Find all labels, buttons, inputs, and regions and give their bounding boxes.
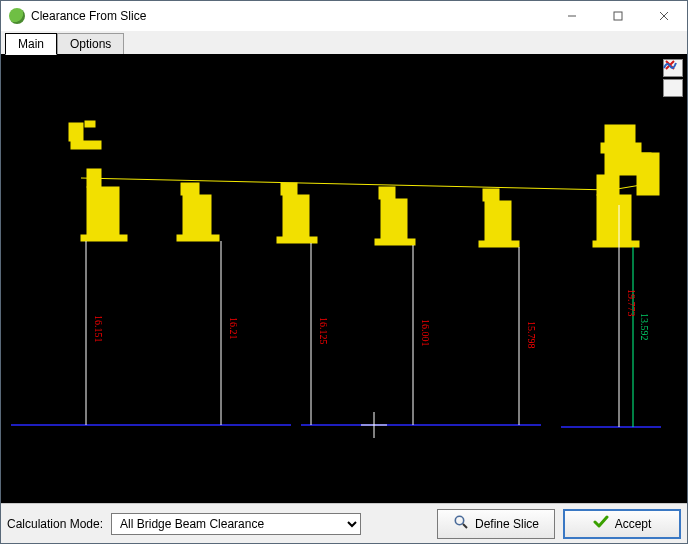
- define-slice-button[interactable]: Define Slice: [437, 509, 555, 539]
- measure-5: 19.773: [626, 289, 637, 317]
- svg-rect-25: [597, 175, 619, 195]
- svg-rect-28: [637, 153, 659, 195]
- measure-2: 16.125: [318, 317, 329, 345]
- accept-button[interactable]: Accept: [563, 509, 681, 539]
- svg-rect-22: [605, 125, 635, 143]
- calculation-mode-select[interactable]: All Bridge Beam Clearance: [111, 513, 361, 535]
- checkmark-icon: [593, 514, 609, 533]
- svg-rect-23: [601, 143, 641, 153]
- svg-rect-4: [69, 123, 83, 141]
- accept-label: Accept: [615, 517, 652, 531]
- clearance-diagram: 16.151 16.21 16.125 16.001 15.798 19.773…: [1, 55, 687, 503]
- title-bar: Clearance From Slice: [1, 1, 687, 31]
- slice-canvas[interactable]: 16.151 16.21 16.125 16.001 15.798 19.773…: [1, 55, 687, 503]
- minimize-button[interactable]: [549, 1, 595, 31]
- measure-1: 16.21: [228, 317, 239, 340]
- svg-rect-5: [85, 121, 95, 127]
- svg-point-38: [455, 516, 463, 524]
- svg-rect-26: [597, 195, 631, 241]
- svg-rect-16: [379, 187, 395, 199]
- tab-options[interactable]: Options: [57, 33, 124, 54]
- svg-rect-19: [483, 189, 499, 201]
- app-window: Clearance From Slice Main Options: [0, 0, 688, 544]
- magnifier-icon: [453, 514, 469, 533]
- svg-rect-0: [614, 12, 622, 20]
- app-icon: [9, 8, 25, 24]
- svg-rect-18: [375, 239, 415, 245]
- svg-rect-9: [81, 235, 127, 241]
- svg-rect-15: [277, 237, 317, 243]
- svg-rect-14: [283, 195, 309, 237]
- svg-rect-12: [177, 235, 219, 241]
- tab-strip: Main Options: [1, 31, 687, 55]
- calculation-mode-label: Calculation Mode:: [7, 517, 103, 531]
- define-slice-label: Define Slice: [475, 517, 539, 531]
- svg-rect-20: [485, 201, 511, 241]
- svg-rect-6: [71, 141, 101, 149]
- svg-rect-11: [183, 195, 211, 235]
- window-controls: [549, 1, 687, 31]
- svg-rect-8: [87, 187, 119, 235]
- bottom-bar: Calculation Mode: All Bridge Beam Cleara…: [1, 503, 687, 543]
- measure-6: 13.592: [639, 313, 650, 341]
- svg-line-39: [463, 524, 467, 528]
- svg-rect-10: [181, 183, 199, 195]
- measure-3: 16.001: [420, 319, 431, 347]
- canvas-side-tools: [663, 59, 683, 97]
- svg-rect-21: [479, 241, 519, 247]
- close-button[interactable]: [641, 1, 687, 31]
- svg-rect-13: [281, 183, 297, 195]
- svg-rect-17: [381, 199, 407, 239]
- tool-profile-button[interactable]: [663, 79, 683, 97]
- svg-rect-27: [593, 241, 639, 247]
- window-title: Clearance From Slice: [31, 9, 549, 23]
- svg-rect-7: [87, 169, 101, 187]
- measure-0: 16.151: [93, 315, 104, 343]
- maximize-button[interactable]: [595, 1, 641, 31]
- measure-4: 15.798: [526, 321, 537, 349]
- tab-main[interactable]: Main: [5, 33, 57, 55]
